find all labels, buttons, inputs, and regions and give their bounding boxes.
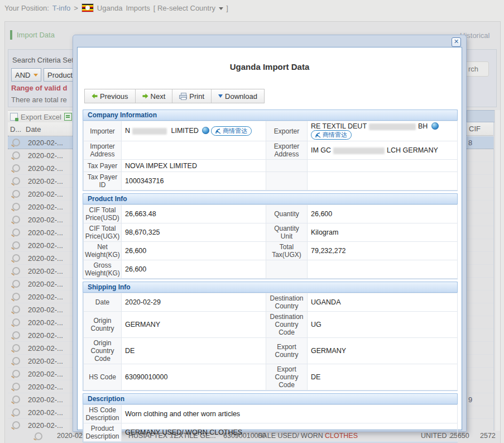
download-button[interactable]: Download — [212, 89, 264, 103]
field-value: UG — [308, 312, 458, 338]
field-value: DE — [122, 338, 266, 364]
field-value: Kilogram — [308, 223, 458, 242]
redacted-text — [132, 128, 167, 135]
section-shipping-info: Shipping InfoDate2020-02-29Destination C… — [83, 282, 458, 391]
field-label: Importer — [84, 121, 122, 141]
field-value: RE TEXTIL DEUTBH 商情雷达 — [308, 121, 458, 141]
field-label: Exporter Address — [266, 141, 308, 160]
field-label: Total Tax(UGX) — [266, 242, 308, 260]
field-label: Origin Country Code — [84, 338, 122, 364]
field-label: Gross Weight(KG) — [84, 260, 122, 279]
field-value: NOVA IMPEX LIMITED — [122, 160, 266, 172]
field-label — [266, 160, 308, 172]
field-value: 63090010000 — [122, 364, 266, 390]
radar-badge-label: 商情雷达 — [223, 127, 247, 135]
field-label: Destination Country Code — [266, 312, 308, 338]
field-label: Export Country — [266, 338, 308, 364]
print-button[interactable]: Print — [172, 89, 212, 103]
print-label: Print — [189, 92, 204, 101]
screen: Your Position: T-info > Uganda Imports [… — [0, 0, 504, 443]
field-value: 1000343716 — [122, 172, 266, 190]
section-company-information: Company InformationImporterN LIMITED 商情雷… — [83, 109, 458, 191]
field-value — [122, 141, 266, 160]
field-label: Exporter — [266, 121, 308, 141]
field-label — [266, 172, 308, 190]
field-label: CIF Total Price(UGX) — [84, 223, 122, 242]
section-header: Shipping Info — [83, 282, 458, 293]
close-icon[interactable]: ✕ — [452, 37, 461, 47]
radar-badge-label: 商情雷达 — [323, 131, 347, 139]
field-value — [308, 260, 458, 279]
field-label: CIF Total Price(USD) — [84, 205, 122, 223]
field-label: Quantity — [266, 205, 308, 223]
field-label: Destination Country — [266, 293, 308, 312]
section-header: Description — [83, 393, 458, 404]
radar-dish-icon — [215, 128, 221, 134]
next-label: Next — [151, 92, 166, 101]
section-table: HS Code DescriptionWorn clothing and oth… — [83, 404, 458, 442]
field-value: GERMANY — [308, 338, 458, 364]
field-label — [266, 260, 308, 279]
field-label: Product Description — [84, 423, 122, 442]
radar-badge[interactable]: 商情雷达 — [211, 126, 252, 136]
field-value: 79,232,272 — [308, 242, 458, 260]
redacted-text — [333, 147, 385, 154]
field-label: Quantity Unit — [266, 223, 308, 242]
field-value: Worn clothing and other worn articles — [122, 405, 458, 423]
field-label: Export Country Code — [266, 364, 308, 390]
field-value: N LIMITED 商情雷达 — [122, 121, 266, 141]
redacted-text — [369, 123, 416, 130]
modal-title: Uganda Import Data — [78, 62, 462, 72]
section-product-info: Product InfoCIF Total Price(USD)26,663.4… — [83, 193, 458, 279]
field-value: GERMANY USED/ WORN CLOTHES — [122, 423, 458, 442]
modal-toolbar: Previous Next Print Download — [84, 89, 265, 103]
section-table: ImporterN LIMITED 商情雷达ExporterRE TEXTIL … — [83, 121, 458, 190]
next-button[interactable]: Next — [136, 89, 173, 103]
previous-button[interactable]: Previous — [85, 89, 136, 103]
field-value — [308, 172, 458, 190]
field-value: GERMANY — [122, 312, 266, 338]
print-icon — [179, 93, 187, 99]
previous-label: Previous — [100, 92, 128, 101]
field-label: Origin Country — [84, 312, 122, 338]
field-value — [308, 160, 458, 172]
field-label: HS Code — [84, 364, 122, 390]
section-description: DescriptionHS Code DescriptionWorn cloth… — [83, 393, 458, 442]
field-value: IM GCLCH GERMANY — [308, 141, 458, 160]
download-label: Download — [225, 92, 257, 101]
radar-badge[interactable]: 商情雷达 — [311, 130, 352, 140]
field-label: Tax Payer ID — [84, 172, 122, 190]
field-label: Importer Address — [84, 141, 122, 160]
section-table: Date2020-02-29Destination CountryUGANDAO… — [83, 293, 458, 390]
download-icon — [218, 94, 223, 98]
field-label: Date — [84, 293, 122, 312]
field-label: HS Code Description — [84, 405, 122, 423]
field-value: 26,600 — [122, 260, 266, 279]
globe-icon[interactable] — [431, 122, 439, 130]
section-header: Company Information — [83, 109, 458, 121]
field-value: 2020-02-29 — [122, 293, 266, 312]
modal-sections: Company InformationImporterN LIMITED 商情雷… — [83, 110, 458, 443]
section-table: CIF Total Price(USD)26,663.48Quantity26,… — [83, 204, 458, 279]
field-value: 26,600 — [122, 242, 266, 260]
next-icon — [142, 93, 148, 99]
field-value: 26,600 — [308, 205, 458, 223]
field-value: UGANDA — [308, 293, 458, 312]
field-label: Net Weight(KG) — [84, 242, 122, 260]
previous-icon — [92, 93, 98, 99]
field-value: DE — [308, 364, 458, 390]
field-label: Tax Payer — [84, 160, 122, 172]
radar-dish-icon — [315, 132, 321, 138]
section-header: Product Info — [83, 193, 458, 204]
modal-body: Uganda Import Data Previous Next Print D… — [77, 47, 462, 430]
field-value: 26,663.48 — [122, 205, 266, 223]
uganda-import-data-modal: ✕ Uganda Import Data Previous Next Print — [73, 35, 467, 432]
globe-icon[interactable] — [202, 127, 209, 134]
field-value: 98,670,325 — [122, 223, 266, 242]
